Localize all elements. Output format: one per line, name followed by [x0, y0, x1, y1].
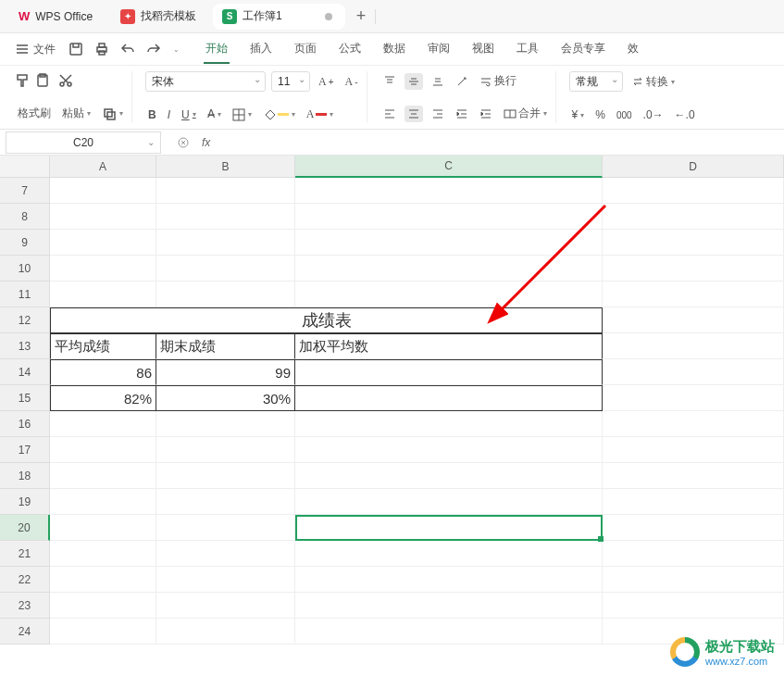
strikethrough-button[interactable]: A̶▾ — [205, 106, 224, 123]
formula-input[interactable] — [219, 135, 777, 149]
cell-A14[interactable]: 86 — [50, 359, 156, 385]
align-bottom-button[interactable] — [429, 73, 447, 90]
format-painter-label[interactable]: 格式刷 — [15, 104, 54, 123]
paste-label[interactable]: 粘贴▾ — [59, 104, 93, 123]
shrink-font-button[interactable]: A- — [342, 73, 361, 91]
cells-area[interactable]: 平均成绩 期末成绩 加权平均数 86 99 82% 30% — [50, 178, 784, 645]
col-header-C[interactable]: C — [295, 156, 603, 178]
menu-tab-review[interactable]: 审阅 — [426, 35, 452, 64]
cell-C13[interactable]: 加权平均数 — [295, 333, 603, 359]
border-icon — [232, 108, 245, 121]
font-size-select[interactable]: 11 — [271, 71, 310, 92]
row-header[interactable]: 12 — [0, 307, 50, 333]
menu-tab-tools[interactable]: 工具 — [515, 35, 541, 64]
cancel-fx-button[interactable] — [174, 134, 193, 151]
row-header[interactable]: 11 — [0, 282, 50, 307]
menu-tab-page[interactable]: 页面 — [292, 35, 318, 64]
grow-font-button[interactable]: A+ — [316, 73, 337, 91]
row-headers: 7 8 9 10 11 12 13 14 15 16 17 18 19 20 2… — [0, 178, 50, 645]
menu-tab-start[interactable]: 开始 — [204, 35, 230, 64]
percent-button[interactable]: % — [592, 106, 608, 123]
row-header[interactable]: 17 — [0, 437, 50, 463]
col-header-B[interactable]: B — [156, 156, 295, 178]
row-header[interactable]: 23 — [0, 593, 50, 619]
copy-icon — [102, 106, 117, 121]
orientation-button[interactable] — [453, 73, 471, 90]
row-header[interactable]: 16 — [0, 411, 50, 437]
fx-label[interactable]: fx — [202, 136, 210, 149]
cell-A13[interactable]: 平均成绩 — [50, 333, 156, 359]
copy-button[interactable]: ▾ — [99, 105, 126, 123]
more-button[interactable]: ⌄ — [168, 42, 183, 57]
cell-C15[interactable] — [295, 385, 603, 411]
merge-button[interactable]: 合并▾ — [501, 104, 550, 123]
row-header[interactable]: 21 — [0, 541, 50, 567]
align-top-button[interactable] — [380, 73, 399, 90]
svg-point-7 — [68, 82, 71, 86]
save-button[interactable] — [65, 38, 87, 60]
col-header-D[interactable]: D — [603, 156, 784, 178]
align-middle-button[interactable] — [404, 73, 423, 90]
align-right-button[interactable] — [429, 106, 447, 122]
watermark-logo-icon — [670, 637, 700, 667]
underline-button[interactable]: U▾ — [179, 106, 199, 123]
fill-color-button[interactable]: ▾ — [260, 106, 298, 123]
col-header-A[interactable]: A — [50, 156, 156, 178]
document-tab[interactable]: S 工作簿1 — [213, 4, 345, 30]
paste-button[interactable] — [35, 73, 50, 88]
row-header[interactable]: 22 — [0, 567, 50, 593]
cell-B14[interactable]: 99 — [156, 359, 295, 385]
dec-dec-button[interactable]: ←.0 — [672, 106, 698, 123]
row-header[interactable]: 7 — [0, 178, 50, 204]
row-header[interactable]: 15 — [0, 385, 50, 411]
merged-title-cell[interactable]: 成绩表 — [50, 307, 603, 333]
row-header[interactable]: 18 — [0, 463, 50, 489]
template-tab[interactable]: ✦ 找稻壳模板 — [111, 4, 209, 30]
font-color-button[interactable]: A▾ — [304, 106, 337, 123]
row-header[interactable]: 14 — [0, 359, 50, 385]
border-button[interactable]: ▾ — [230, 106, 255, 123]
cell-A15[interactable]: 82% — [50, 385, 156, 411]
app-tab-wps[interactable]: W WPS Office — [7, 4, 104, 30]
indent-dec-button[interactable] — [453, 106, 471, 122]
number-format-select[interactable]: 常规 — [569, 71, 623, 92]
row-header[interactable]: 10 — [0, 256, 50, 282]
wrap-button[interactable]: 换行 — [477, 71, 519, 91]
hamburger-button[interactable]: 文件 — [9, 38, 61, 61]
menu-tab-data[interactable]: 数据 — [381, 35, 407, 64]
cell-C14[interactable] — [295, 359, 603, 385]
undo-button[interactable] — [117, 38, 139, 60]
cut-button[interactable] — [56, 71, 76, 90]
new-tab-button[interactable]: + — [356, 6, 367, 26]
select-all-corner[interactable] — [0, 156, 50, 178]
cell-B13[interactable]: 期末成绩 — [156, 333, 295, 359]
bold-button[interactable]: B — [145, 106, 159, 123]
italic-button[interactable]: I — [165, 106, 173, 123]
row-header[interactable]: 8 — [0, 204, 50, 230]
indent-inc-button[interactable] — [477, 106, 495, 122]
svg-rect-0 — [70, 44, 81, 55]
print-button[interactable] — [91, 38, 113, 60]
row-header[interactable]: 9 — [0, 230, 50, 256]
name-box[interactable]: C20 — [6, 131, 161, 154]
menu-tab-effect[interactable]: 效 — [626, 35, 641, 64]
comma-button[interactable]: 000 — [614, 108, 635, 122]
menu-tab-member[interactable]: 会员专享 — [559, 35, 607, 64]
row-header[interactable]: 20 — [0, 515, 50, 541]
convert-button[interactable]: 转换▾ — [628, 72, 678, 92]
dec-inc-button[interactable]: .0→ — [641, 106, 666, 123]
redo-button[interactable] — [143, 38, 165, 60]
font-name-select[interactable]: 宋体 — [145, 71, 266, 92]
svg-rect-3 — [99, 51, 105, 55]
menu-tab-view[interactable]: 视图 — [470, 35, 496, 64]
currency-button[interactable]: ¥▾ — [569, 106, 588, 123]
cell-B15[interactable]: 30% — [156, 385, 295, 411]
row-header[interactable]: 19 — [0, 489, 50, 515]
align-center-button[interactable] — [404, 106, 423, 122]
row-header[interactable]: 13 — [0, 333, 50, 359]
menu-tab-insert[interactable]: 插入 — [248, 35, 274, 64]
align-left-button[interactable] — [380, 106, 399, 122]
menu-tab-formula[interactable]: 公式 — [337, 35, 363, 64]
row-header[interactable]: 24 — [0, 619, 50, 645]
format-painter-button[interactable] — [15, 73, 30, 88]
